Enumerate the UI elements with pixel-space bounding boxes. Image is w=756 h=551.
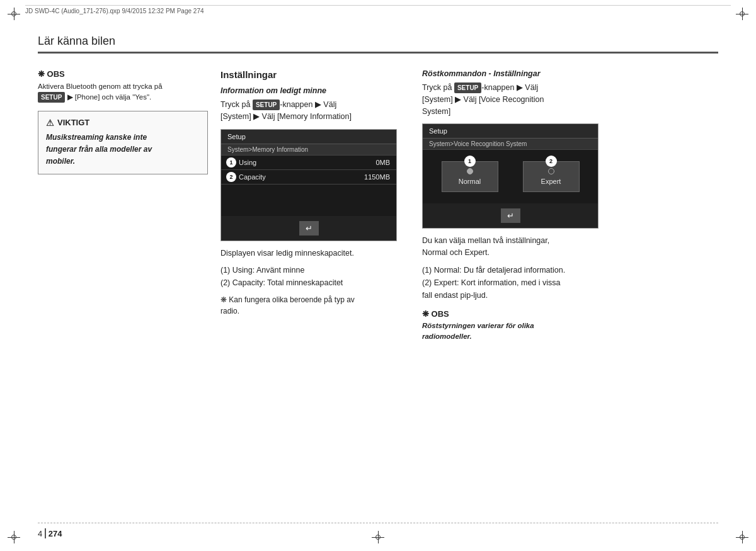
obs-activation-text: Aktivera Bluetooth genom att trycka på S… — [38, 81, 208, 103]
setup-row-using: 1 Using 0MB — [221, 156, 396, 170]
page-title: Lär känna bilen — [38, 35, 718, 48]
normal-option-label: Normal — [455, 178, 485, 185]
note-text: ❋ Kan fungera olika beroende på typ av r… — [220, 294, 410, 317]
voice-option-normal[interactable]: 1 Normal — [442, 161, 498, 192]
reg-mark-bottom-right — [736, 531, 748, 543]
reg-mark-bottom-left — [8, 531, 20, 543]
expert-radio-dot — [548, 168, 554, 174]
footer: 4 274 — [38, 523, 718, 538]
voice-screen-subtitle: System>Voice Recognition System — [423, 139, 598, 150]
reg-mark-top-right — [736, 8, 748, 20]
header-file-info: JD SWD-4C (Audio_171-276).qxp 9/4/2015 1… — [25, 8, 204, 14]
obs2-text: Röststyrningen varierar för olika radiom… — [422, 321, 617, 343]
reg-mark-top-left — [8, 8, 20, 20]
circle-num-1: 1 — [226, 157, 236, 168]
using-item: (1) Using: Använt minne — [220, 264, 410, 276]
mid-sub-heading: Information om ledigt minne — [220, 86, 410, 95]
capacity-item: (2) Capacity: Total minneskapacitet — [220, 276, 410, 289]
warning-title: ⚠ VIKTIGT — [46, 118, 200, 128]
obs-title: ❋ OBS — [38, 69, 208, 79]
option-num-1: 1 — [464, 156, 476, 167]
mid-heading: Inställningar — [220, 69, 410, 80]
setup-row-capacity: 2 Capacity 1150MB — [221, 170, 396, 185]
memory-setup-screen: Setup System>Memory Information 1 Using … — [220, 129, 397, 241]
setup-screen-subtitle: System>Memory Information — [221, 144, 396, 156]
voice-setup-screen: Setup System>Voice Recognition System 1 … — [422, 123, 598, 229]
warning-label: VIKTIGT — [57, 118, 89, 127]
obs-section: ❋ OBS Aktivera Bluetooth genom att tryck… — [38, 69, 208, 103]
mid-column: Inställningar Information om ledigt minn… — [220, 69, 410, 513]
voice-screen-title: Setup — [423, 124, 598, 139]
option-num-2: 2 — [546, 156, 557, 167]
voice-instruction-1: Tryck på — [422, 83, 452, 92]
footer-section-num: 4 — [38, 529, 42, 538]
warning-box: ⚠ VIKTIGT Musikstreaming kanske inte fun… — [38, 111, 208, 175]
setup-badge-mid: SETUP — [253, 99, 280, 110]
capacity-label: Capacity — [239, 173, 266, 181]
back-button[interactable]: ↵ — [299, 221, 319, 236]
expert-desc-item: (2) Expert: Kort information, med i viss… — [422, 276, 617, 302]
obs2-section: ❋ OBS Röststyrningen varierar för olika … — [422, 309, 617, 343]
normal-radio-dot — [467, 168, 473, 174]
expert-option-label: Expert — [536, 178, 566, 185]
desc-text: Du kan välja mellan två inställningar, N… — [422, 235, 617, 259]
voice-back-button[interactable]: ↵ — [501, 208, 520, 223]
using-label: Using — [239, 159, 256, 166]
setup-badge-left: SETUP — [38, 92, 65, 103]
setup-screen-title: Setup — [221, 130, 396, 144]
using-value: 0MB — [375, 159, 390, 166]
footer-page: 274 — [49, 529, 62, 538]
setup-badge-right: SETUP — [454, 82, 481, 93]
title-underline — [38, 52, 718, 54]
display-text: Displayen visar ledig minneskapacitet. — [220, 247, 410, 259]
main-content: ❋ OBS Aktivera Bluetooth genom att tryck… — [38, 69, 718, 513]
footer-separator — [45, 528, 46, 538]
circle-num-2: 2 — [226, 172, 236, 182]
voice-options-row: 1 Normal 2 Expert — [423, 150, 598, 203]
normal-desc-item: (1) Normal: Du får detaljerad informatio… — [422, 264, 617, 276]
voice-heading: Röstkommandon - Inställningar — [422, 69, 617, 78]
obs2-title: ❋ OBS — [422, 309, 617, 319]
warning-triangle-icon: ⚠ — [46, 118, 54, 128]
page-title-section: Lär känna bilen — [38, 35, 718, 54]
voice-instruction: Tryck på SETUP-knappen ▶ Välj [System] ▶… — [422, 82, 617, 117]
capacity-value: 1150MB — [364, 173, 390, 181]
warning-body: Musikstreaming kanske inte fungerar från… — [46, 132, 200, 168]
voice-back-bar: ↵ — [423, 203, 598, 228]
mid-instruction: Tryck på SETUP-knappen ▶ Välj [System] ▶… — [220, 99, 410, 123]
left-column: ❋ OBS Aktivera Bluetooth genom att tryck… — [38, 69, 208, 513]
voice-option-expert[interactable]: 2 Expert — [523, 161, 580, 192]
obs-text-1: Aktivera Bluetooth genom att trycka på — [38, 82, 163, 90]
obs-text-2: ▶ [Phone] och välja "Yes". — [67, 93, 152, 101]
mid-instruction-1: Tryck på — [220, 100, 250, 109]
header-bar: JD SWD-4C (Audio_171-276).qxp 9/4/2015 1… — [25, 5, 731, 14]
right-column: Röstkommandon - Inställningar Tryck på S… — [422, 69, 617, 513]
setup-back-bar: ↵ — [221, 216, 396, 241]
footer-number: 4 — [38, 529, 42, 538]
